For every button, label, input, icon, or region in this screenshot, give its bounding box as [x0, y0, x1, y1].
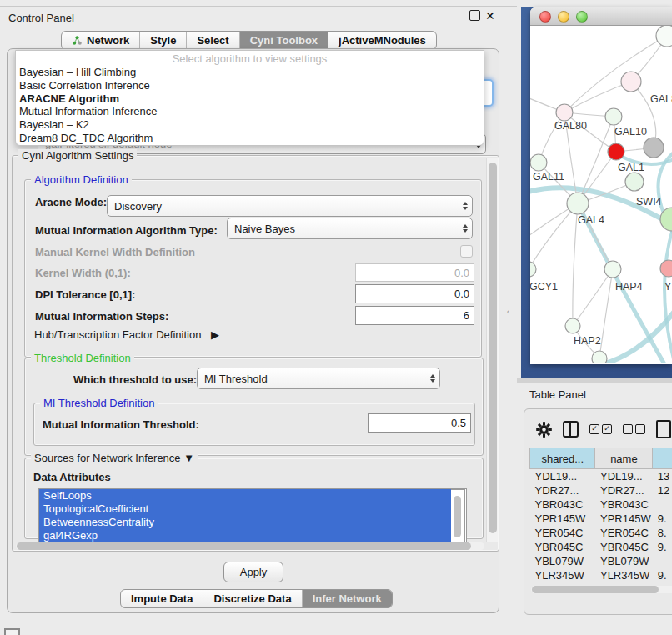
- tab-network[interactable]: Network: [62, 32, 140, 49]
- table-cell[interactable]: 9.: [653, 568, 672, 582]
- minimized-panel-fragment[interactable]: [4, 628, 20, 635]
- algorithm-option[interactable]: Dream8 DC_TDC Algorithm: [16, 132, 484, 145]
- settings-vertical-scrollbar[interactable]: [486, 158, 498, 542]
- split-columns-icon[interactable]: [563, 421, 579, 438]
- float-panel-icon[interactable]: [469, 10, 480, 21]
- column-header-shared-name[interactable]: shared...: [530, 448, 595, 469]
- which-threshold-combobox[interactable]: MI Threshold: [197, 368, 440, 389]
- table-cell[interactable]: YER054C: [595, 526, 653, 540]
- dpi-tolerance-field[interactable]: 0.0: [355, 284, 474, 303]
- network-edge[interactable]: [530, 203, 578, 269]
- aracne-mode-combobox[interactable]: Discovery: [107, 195, 473, 217]
- network-graph-canvas[interactable]: GAL8GAL80GAL10GAL1GAL11SWI4GAL4GCY1HAP4Y…: [530, 26, 672, 362]
- table-cell[interactable]: YDR27...: [595, 483, 653, 498]
- table-cell[interactable]: YBR045C: [595, 540, 653, 554]
- table-cell[interactable]: YDL19...: [530, 469, 595, 484]
- zoom-traffic-light-icon[interactable]: [576, 11, 588, 22]
- table-cell[interactable]: YPR145W: [595, 512, 653, 526]
- table-row[interactable]: YER054CYER054C8.: [530, 526, 672, 540]
- network-window-titlebar[interactable]: [530, 8, 672, 26]
- tab-jactivemnodules[interactable]: jActiveMNodules: [328, 32, 436, 49]
- network-node-gal11[interactable]: [530, 154, 547, 171]
- table-horizontal-scrollbar[interactable]: [531, 586, 672, 593]
- table-row[interactable]: YDL19...YDL19...13: [530, 469, 672, 484]
- attributes-vertical-scrollbar[interactable]: [451, 489, 465, 544]
- network-node-gal8[interactable]: [621, 72, 641, 92]
- unchecked-columns-icon[interactable]: [623, 424, 645, 434]
- table-cell[interactable]: 8.: [653, 526, 672, 540]
- table-cell[interactable]: YBL079W: [530, 554, 595, 568]
- attribute-list-item[interactable]: SelfLoops: [39, 489, 458, 502]
- table-cell[interactable]: YDL19...: [595, 469, 653, 484]
- network-node-gal4[interactable]: [567, 192, 589, 214]
- checked-columns-icon[interactable]: ✓✓: [589, 424, 612, 434]
- table-row[interactable]: YBR043CYBR043C: [530, 498, 672, 512]
- mi-steps-field[interactable]: 6: [355, 306, 474, 325]
- algorithm-option[interactable]: Mutual Information Inference: [16, 105, 484, 118]
- table-cell[interactable]: YBL079W: [595, 554, 653, 568]
- network-node[interactable]: [656, 26, 672, 47]
- table-cell[interactable]: YBR043C: [530, 498, 595, 512]
- tab-discretize-data[interactable]: Discretize Data: [203, 590, 302, 608]
- network-node[interactable]: [644, 138, 664, 158]
- table-cell[interactable]: YLR345W: [530, 568, 595, 582]
- table-cell[interactable]: YBR043C: [595, 498, 653, 512]
- table-header-row[interactable]: shared... name: [530, 448, 672, 469]
- table-cell[interactable]: 13: [653, 469, 672, 484]
- table-row[interactable]: YBR045CYBR045C9.: [530, 540, 672, 554]
- attribute-list-item[interactable]: TopologicalCoefficient: [39, 502, 458, 516]
- settings-horizontal-scrollbar[interactable]: [16, 542, 484, 550]
- attribute-list-item[interactable]: BetweennessCentrality: [39, 516, 458, 529]
- column-header-name[interactable]: name: [595, 448, 653, 469]
- table-cell[interactable]: YBR045C: [530, 540, 595, 554]
- network-edge-thick[interactable]: [664, 226, 672, 359]
- mi-type-combobox[interactable]: Naive Bayes: [227, 218, 473, 239]
- close-panel-icon[interactable]: ✕: [485, 9, 495, 22]
- table-row[interactable]: YBL079WYBL079W: [530, 554, 672, 568]
- table-row[interactable]: YDR27...YDR27...12: [530, 483, 672, 498]
- hub-expander[interactable]: Hub/Transcription Factor Definition ▶: [34, 328, 219, 341]
- network-edge[interactable]: [564, 82, 631, 112]
- algorithm-option[interactable]: ARACNE Algorithm: [16, 92, 484, 106]
- algorithm-option[interactable]: Bayesian – Hill Climbing: [16, 66, 484, 79]
- network-edge[interactable]: [564, 38, 664, 112]
- table-cell[interactable]: YPR145W: [530, 512, 595, 526]
- table-cell[interactable]: [653, 554, 672, 568]
- tab-impute-data[interactable]: Impute Data: [121, 590, 203, 608]
- panel-splitter-handle[interactable]: ‹: [507, 308, 509, 316]
- network-node-gcy1[interactable]: [530, 262, 536, 277]
- minimize-traffic-light-icon[interactable]: [558, 11, 569, 22]
- close-traffic-light-icon[interactable]: [539, 11, 551, 22]
- kernel-width-field[interactable]: 0.0: [355, 263, 474, 282]
- table-cell[interactable]: YLR345W: [595, 568, 653, 582]
- network-node[interactable]: [592, 351, 607, 362]
- tab-cyni-toolbox[interactable]: Cyni Toolbox: [240, 32, 328, 49]
- table-cell[interactable]: 12: [653, 483, 672, 498]
- algorithm-option[interactable]: Bayesian – K2: [16, 118, 484, 132]
- tab-select[interactable]: Select: [187, 32, 239, 49]
- attribute-table[interactable]: shared... name YDL19...YDL19...13YDR27..…: [529, 448, 672, 597]
- table-cell[interactable]: [653, 498, 672, 512]
- apply-button[interactable]: Apply: [223, 562, 283, 582]
- data-attributes-list[interactable]: SelfLoopsTopologicalCoefficientBetweenne…: [38, 488, 467, 545]
- network-node-gal10[interactable]: [605, 108, 622, 125]
- network-node-y[interactable]: [660, 260, 672, 277]
- attribute-list-item[interactable]: gal4RGexp: [39, 529, 458, 542]
- network-edge[interactable]: [573, 269, 613, 326]
- document-icon[interactable]: [656, 420, 671, 438]
- table-cell[interactable]: 9.: [653, 540, 672, 554]
- mi-threshold-field[interactable]: 0.5: [368, 413, 471, 432]
- tab-infer-network[interactable]: Infer Network: [303, 590, 392, 608]
- table-row[interactable]: YPR145WYPR145W9.: [530, 512, 672, 526]
- table-cell[interactable]: 9.: [653, 512, 672, 526]
- table-row[interactable]: YLR345WYLR345W9.: [530, 568, 672, 582]
- column-header-partial[interactable]: [653, 448, 672, 469]
- manual-kernel-checkbox[interactable]: [460, 245, 473, 258]
- network-node-hap2[interactable]: [565, 318, 580, 333]
- gear-icon[interactable]: [536, 422, 552, 438]
- network-node-gal80[interactable]: [556, 104, 573, 121]
- table-cell[interactable]: YER054C: [530, 526, 595, 540]
- network-node-hap4[interactable]: [604, 261, 621, 278]
- network-node-swi4[interactable]: [625, 172, 644, 191]
- network-node-gal1[interactable]: [608, 143, 624, 160]
